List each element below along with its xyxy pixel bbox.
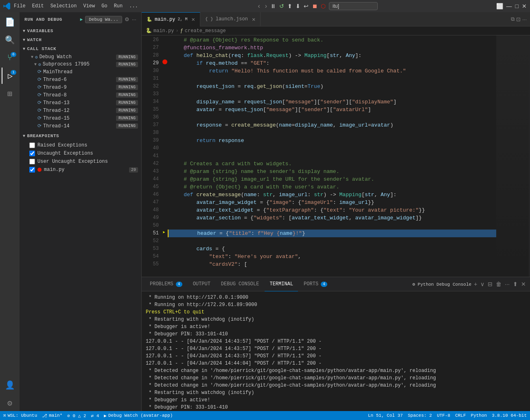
status-spaces[interactable]: Spaces: 2 bbox=[408, 413, 432, 418]
kill-terminal-icon[interactable]: 🗑 bbox=[495, 280, 502, 288]
split-editor-icon[interactable]: ⧉ bbox=[511, 16, 515, 22]
split-terminal-icon[interactable]: ⊟ bbox=[487, 280, 493, 288]
variables-header[interactable]: ▼ VARIABLES bbox=[20, 26, 141, 35]
menu-run[interactable]: Run bbox=[114, 3, 123, 9]
breakpoint-uncaught[interactable]: Uncaught Exceptions bbox=[20, 149, 141, 158]
mainpy-count: 29 bbox=[129, 167, 138, 173]
panel-tab-problems[interactable]: PROBLEMS 4 bbox=[145, 277, 187, 291]
status-position[interactable]: Ln 51, Col 37 bbox=[368, 413, 403, 418]
breadcrumb-func[interactable]: create_message bbox=[185, 28, 226, 34]
menu-view[interactable]: View bbox=[83, 3, 95, 9]
panel-tab-ports[interactable]: PORTS 4 bbox=[299, 277, 332, 291]
sidebar-title: RUN AND DEBUG bbox=[24, 17, 62, 22]
callstack-item-thread15[interactable]: ⟳ Thread-15 RUNNING bbox=[20, 114, 141, 122]
callstack-item-thread13[interactable]: ⟳ Thread-13 RUNNING bbox=[20, 99, 141, 107]
menu-selection[interactable]: Selection bbox=[50, 3, 77, 9]
new-terminal-icon[interactable]: + bbox=[473, 280, 478, 288]
callstack-name: ⟳ Thread-12 bbox=[37, 107, 70, 114]
activity-source-control[interactable]: ⑂ 6 bbox=[2, 50, 18, 66]
callstack-item-debug-watch[interactable]: ▼ ⚙ Debug Watch RUNNING bbox=[20, 53, 141, 61]
activity-debug[interactable]: ▷ 1 bbox=[2, 68, 18, 84]
window-minimize[interactable]: — bbox=[506, 3, 512, 9]
callstack-item-mainthread[interactable]: ⟳ MainThread bbox=[20, 68, 141, 76]
panel-tab-debug-console[interactable]: DEBUG CONSOLE bbox=[216, 277, 264, 291]
panel-maximize-icon[interactable]: ⬆ bbox=[512, 280, 519, 288]
status-debug-session[interactable]: ▶ Debug Watch (avatar-app) bbox=[104, 413, 173, 418]
panel-toggle-icon[interactable]: ⊡ bbox=[516, 16, 521, 22]
code-content[interactable]: # @param {Object} res Response to send b… bbox=[168, 35, 496, 277]
window-close[interactable]: ✕ bbox=[522, 3, 527, 9]
callstack-header[interactable]: ▼ CALL STACK bbox=[20, 44, 141, 53]
breadcrumb-file[interactable]: main.py bbox=[153, 28, 174, 34]
status-eol[interactable]: CRLF bbox=[455, 413, 466, 418]
debug-stop[interactable]: ⏹ bbox=[312, 3, 318, 9]
raised-exceptions-checkbox[interactable] bbox=[29, 142, 35, 148]
callstack-item-label: Thread-8 bbox=[43, 92, 67, 98]
uncaught-exceptions-checkbox[interactable] bbox=[29, 151, 35, 156]
debug-breakpoint[interactable]: ⬡ bbox=[321, 3, 326, 9]
editor-more-icon[interactable]: ··· bbox=[522, 16, 527, 22]
status-errors[interactable]: ⊘ 0 △ 2 bbox=[67, 413, 86, 418]
debug-stepover[interactable]: ⬆ bbox=[287, 3, 292, 9]
breakpoints-header[interactable]: ▼ BREAKPOINTS bbox=[20, 131, 141, 140]
panel-close-icon[interactable]: ✕ bbox=[520, 280, 527, 288]
activity-search[interactable]: 🔍 bbox=[2, 32, 18, 48]
status-encoding[interactable]: UTF-8 bbox=[437, 413, 450, 418]
activity-settings[interactable]: ⚙ bbox=[2, 395, 18, 411]
panel-tab-terminal[interactable]: TERMINAL bbox=[265, 277, 298, 291]
status-branch[interactable]: ⎇ main* bbox=[42, 413, 62, 418]
nav-forward[interactable]: › bbox=[263, 2, 269, 11]
callstack-item-thread6[interactable]: ⟳ Thread-6 RUNNING bbox=[20, 76, 141, 83]
terminal-more-icon[interactable]: ··· bbox=[504, 280, 510, 288]
callstack-item-thread9[interactable]: ⟳ Thread-9 RUNNING bbox=[20, 83, 141, 91]
breakpoint-mainpy[interactable]: main.py 29 bbox=[20, 166, 141, 174]
breakpoints-section: ▼ BREAKPOINTS Raised Exceptions Uncaught… bbox=[20, 131, 141, 175]
callstack-name: ⟳ Thread-6 bbox=[37, 77, 67, 83]
language-label: Python bbox=[471, 413, 487, 418]
debug-stepinto[interactable]: ⬇ bbox=[296, 3, 300, 9]
watch-header[interactable]: ▼ WATCH bbox=[20, 35, 141, 44]
nav-back[interactable]: ‹ bbox=[256, 2, 261, 11]
mainpy-checkbox[interactable] bbox=[29, 167, 35, 173]
tab-mainpy-close[interactable]: ✕ bbox=[191, 16, 195, 23]
callstack-status: RUNNING bbox=[116, 116, 138, 121]
python-version-label: 3.8.10 64-bit bbox=[492, 413, 527, 418]
callstack-item-thread8[interactable]: ⟳ Thread-8 RUNNING bbox=[20, 91, 141, 99]
terminal-dropdown-icon[interactable]: ∨ bbox=[480, 280, 485, 288]
status-sync[interactable]: ⇄ 4 bbox=[91, 413, 99, 418]
sidebar-more-icon[interactable]: ··· bbox=[132, 16, 136, 22]
activity-extensions[interactable]: ⊞ bbox=[2, 85, 18, 102]
user-uncaught-exceptions-checkbox[interactable] bbox=[29, 159, 35, 164]
breakpoint-marker[interactable] bbox=[162, 59, 167, 64]
tab-launch-json[interactable]: { } launch.json ✕ bbox=[200, 12, 261, 26]
callstack-item-thread12[interactable]: ⟳ Thread-12 RUNNING bbox=[20, 107, 141, 114]
sync-label: ⇄ 4 bbox=[91, 413, 99, 418]
window-maximize[interactable]: □ bbox=[515, 3, 519, 9]
debug-stepout[interactable]: ↩ bbox=[304, 3, 309, 9]
window-layout[interactable]: ⬜ bbox=[496, 3, 503, 9]
debug-restart[interactable]: ↺ bbox=[279, 3, 284, 9]
menu-go[interactable]: Go bbox=[101, 3, 107, 9]
status-python-version[interactable]: 3.8.10 64-bit bbox=[492, 413, 527, 418]
menu-file[interactable]: File bbox=[14, 3, 26, 9]
tab-launch-close[interactable]: ✕ bbox=[252, 16, 255, 23]
menu-edit[interactable]: Edit bbox=[32, 3, 44, 9]
menu-more[interactable]: ... bbox=[129, 3, 138, 9]
debug-config-selector[interactable]: Debug Wa... bbox=[85, 16, 122, 23]
callstack-item-thread14[interactable]: ⟳ Thread-14 RUNNING bbox=[20, 122, 141, 130]
tab-mainpy[interactable]: 🐍 main.py 2, M ✕ bbox=[142, 12, 200, 26]
terminal-content[interactable]: * Running on http://127.0.0.1:9000 * Run… bbox=[142, 291, 530, 411]
activity-account[interactable]: 👤 bbox=[2, 377, 18, 393]
sidebar-gear-icon[interactable]: ⚙ bbox=[125, 16, 129, 22]
breakpoint-user-uncaught[interactable]: User Uncaught Exceptions bbox=[20, 158, 141, 166]
panel-tab-output[interactable]: OUTPUT bbox=[188, 277, 215, 291]
branch-icon: ⎇ bbox=[42, 413, 47, 418]
status-language[interactable]: Python bbox=[471, 413, 487, 418]
status-wsl[interactable]: ⌘ WSL: Ubuntu bbox=[3, 413, 37, 418]
callstack-item-subprocess[interactable]: ▼ ⚙ Subprocess 17995 RUNNING bbox=[20, 61, 141, 68]
breakpoint-raised[interactable]: Raised Exceptions bbox=[20, 141, 141, 149]
debug-pause[interactable]: ⏸ bbox=[270, 3, 276, 9]
activity-explorer[interactable]: 📄 bbox=[2, 14, 18, 30]
callstack-status: RUNNING bbox=[116, 108, 138, 113]
debug-address[interactable] bbox=[329, 2, 378, 10]
